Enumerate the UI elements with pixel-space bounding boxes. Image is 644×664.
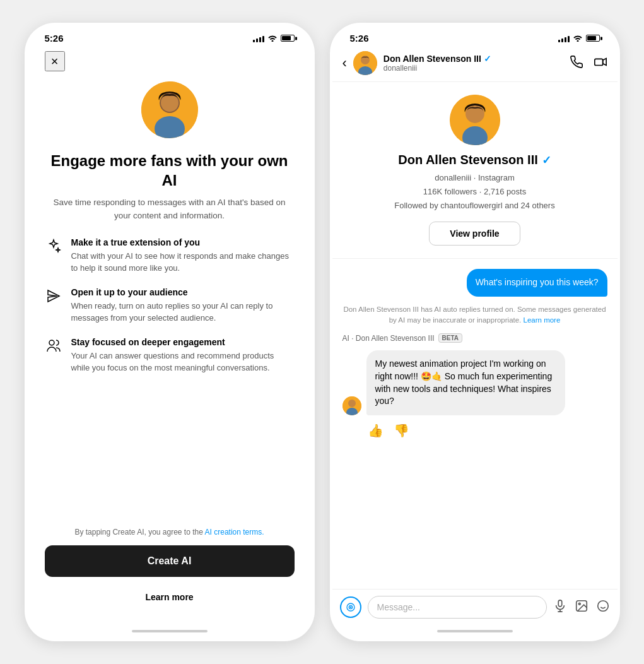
home-indicator-right xyxy=(437,630,513,632)
received-message-row: My newest animation project I'm working … xyxy=(342,350,607,415)
profile-meta: donalleniii · Instagram 116K followers ·… xyxy=(394,171,554,213)
people-icon xyxy=(45,338,62,356)
chat-area: What's inspiring you this week? Don Alle… xyxy=(332,259,618,589)
status-bar-left: 5:26 xyxy=(27,25,312,46)
view-profile-button[interactable]: View profile xyxy=(429,222,520,246)
ai-notice: Don Allen Stevenson III has AI auto repl… xyxy=(342,304,607,326)
thumbs-down-button[interactable]: 👎 xyxy=(394,423,409,438)
signal-bars-left xyxy=(253,35,264,42)
svg-point-5 xyxy=(49,340,54,345)
sticker-icon[interactable] xyxy=(596,599,610,616)
feature-item-2: Open it up to your audience When ready, … xyxy=(45,287,295,324)
svg-marker-10 xyxy=(602,58,606,65)
feature-text-2: Open it up to your audience When ready, … xyxy=(71,287,295,324)
feature-text-1: Make it a true extension of you Chat wit… xyxy=(71,237,295,275)
battery-icon-right xyxy=(586,35,600,42)
svg-rect-20 xyxy=(558,600,562,606)
status-icons-right xyxy=(558,33,600,44)
svg-rect-9 xyxy=(594,59,602,65)
svg-marker-4 xyxy=(48,290,59,302)
svg-point-15 xyxy=(348,400,356,407)
svg-point-25 xyxy=(597,600,608,611)
terms-link[interactable]: AI creation terms. xyxy=(205,528,264,537)
small-avatar xyxy=(342,396,361,415)
svg-point-24 xyxy=(578,603,580,605)
input-actions xyxy=(553,599,610,616)
profile-name: Don Allen Stevenson III ✓ xyxy=(398,153,551,167)
image-icon[interactable] xyxy=(575,599,588,616)
sparkle-icon xyxy=(45,239,62,256)
input-bar: Message... xyxy=(332,589,618,625)
profile-avatar xyxy=(450,95,500,145)
profile-verified-badge: ✓ xyxy=(542,153,551,167)
wifi-icon-right xyxy=(573,33,583,44)
signal-bars-right xyxy=(558,35,570,42)
feature-item-3: Stay focused on deeper engagement Your A… xyxy=(45,337,295,374)
left-content: × Engage more fans with your own AI Save… xyxy=(27,46,312,625)
status-icons-left xyxy=(253,33,295,44)
header-actions xyxy=(570,55,607,72)
header-name: Don Allen Stevenson III ✓ xyxy=(383,54,563,64)
phone-icon[interactable] xyxy=(570,55,583,72)
hero-title: Engage more fans with your own AI xyxy=(45,151,295,190)
home-indicator-left xyxy=(132,630,208,632)
close-button[interactable]: × xyxy=(45,51,65,71)
left-phone: 5:26 × xyxy=(25,23,315,641)
learn-more-button[interactable]: Learn more xyxy=(45,584,295,610)
status-time-right: 5:26 xyxy=(350,33,369,44)
verified-badge: ✓ xyxy=(484,54,491,64)
profile-info-section: Don Allen Stevenson III ✓ donalleniii · … xyxy=(332,82,618,259)
message-input[interactable]: Message... xyxy=(368,596,547,619)
reaction-row: 👍 👎 xyxy=(342,423,607,438)
status-bar-right: 5:26 xyxy=(332,25,618,46)
hero-subtitle: Save time responding to messages with an… xyxy=(45,196,295,222)
feature-list: Make it a true extension of you Chat wit… xyxy=(45,237,295,374)
beta-badge: BETA xyxy=(438,333,462,343)
status-time-left: 5:26 xyxy=(45,33,64,44)
svg-point-19 xyxy=(350,607,351,607)
learn-more-link[interactable]: Learn more xyxy=(524,316,561,324)
header-avatar xyxy=(353,51,377,75)
feature-text-3: Stay focused on deeper engagement Your A… xyxy=(71,337,295,374)
ai-label: AI · Don Allen Stevenson III BETA xyxy=(342,333,607,343)
send-icon xyxy=(45,288,62,306)
back-button[interactable]: ‹ xyxy=(342,56,347,70)
create-ai-button[interactable]: Create AI xyxy=(45,545,295,577)
avatar-container xyxy=(45,81,295,138)
avatar xyxy=(141,81,198,138)
right-phone: 5:26 ‹ xyxy=(330,23,620,641)
battery-icon-left xyxy=(281,35,295,42)
video-icon[interactable] xyxy=(594,55,607,72)
header-info: Don Allen Stevenson III ✓ donalleniii xyxy=(383,54,563,73)
wifi-icon-left xyxy=(267,33,278,44)
feature-item-1: Make it a true extension of you Chat wit… xyxy=(45,237,295,275)
thumbs-up-button[interactable]: 👍 xyxy=(368,423,383,438)
terms-text: By tapping Create AI, you agree to the A… xyxy=(45,528,295,537)
received-message: My newest animation project I'm working … xyxy=(366,350,565,415)
header-username: donalleniii xyxy=(383,64,563,73)
sent-message: What's inspiring you this week? xyxy=(467,269,607,297)
camera-button[interactable] xyxy=(340,596,361,618)
microphone-icon[interactable] xyxy=(553,599,567,616)
chat-header: ‹ Don Allen Stevenson III ✓ donalleniii xyxy=(332,46,618,82)
